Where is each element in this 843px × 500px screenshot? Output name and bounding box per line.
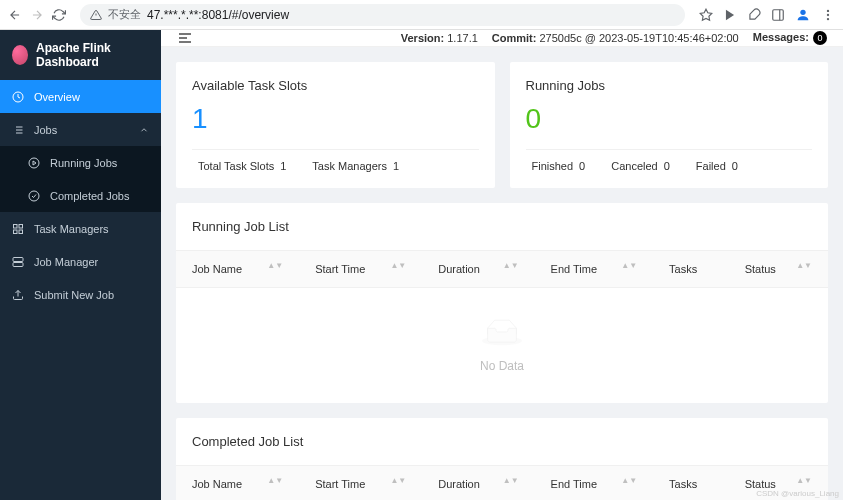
content: Available Task Slots 1 Total Task Slots1… [161,47,843,500]
sidebar-label: Jobs [34,124,57,136]
empty-state: No Data [176,288,828,403]
reload-icon[interactable] [52,8,66,22]
card-value: 1 [192,103,479,135]
svg-marker-16 [33,161,36,165]
col-end-time[interactable]: End Time▲▼ [535,251,654,288]
running-jobs-table: Job Name▲▼ Start Time▲▼ Duration▲▼ End T… [176,251,828,403]
col-start-time[interactable]: Start Time▲▼ [299,251,422,288]
running-job-list: Running Job List Job Name▲▼ Start Time▲▼… [176,203,828,403]
sidebar-item-jobs[interactable]: Jobs [0,113,161,146]
dashboard-icon [12,91,24,103]
sidebar-label: Completed Jobs [50,190,130,202]
sidebar-label: Running Jobs [50,157,117,169]
col-tasks[interactable]: Tasks [653,466,729,500]
finished-stat: Finished0 [526,160,586,172]
forward-icon[interactable] [30,8,44,22]
collapse-icon[interactable] [177,30,193,46]
warning-icon [90,9,102,21]
sidebar-item-overview[interactable]: Overview [0,80,161,113]
commit: Commit: 2750d5c @ 2023-05-19T10:45:46+02… [492,32,739,44]
svg-point-5 [827,9,829,11]
col-tasks[interactable]: Tasks [653,251,729,288]
profile-icon[interactable] [795,7,811,23]
col-duration[interactable]: Duration▲▼ [422,466,534,500]
task-managers-stat: Task Managers1 [306,160,399,172]
svg-marker-1 [726,9,734,20]
address-bar[interactable]: 不安全 47.***.*.**:8081/#/overview [80,4,685,26]
svg-marker-0 [700,9,712,20]
server-icon [12,256,24,268]
sidebar-item-submit-job[interactable]: Submit New Job [0,278,161,311]
svg-rect-22 [13,257,23,261]
logo[interactable]: Apache Flink Dashboard [0,30,161,80]
completed-jobs-table: Job Name▲▼ Start Time▲▼ Duration▲▼ End T… [176,466,828,500]
sidebar-item-running-jobs[interactable]: Running Jobs [0,146,161,179]
empty-text: No Data [206,359,798,373]
failed-stat: Failed0 [690,160,738,172]
list-icon [12,124,24,136]
card-available-slots: Available Task Slots 1 Total Task Slots1… [176,62,495,188]
app-shell: Apache Flink Dashboard Overview Jobs Run… [0,30,843,500]
version: Version: 1.17.1 [401,32,478,44]
sidebar-label: Job Manager [34,256,98,268]
chevron-up-icon [139,125,149,135]
topbar: Version: 1.17.1 Commit: 2750d5c @ 2023-0… [161,30,843,47]
panel-icon[interactable] [771,8,785,22]
col-status[interactable]: Status▲▼ [729,251,828,288]
main-content: Version: 1.17.1 Commit: 2750d5c @ 2023-0… [161,30,843,500]
menu-icon[interactable] [821,8,835,22]
watermark: CSDN @various_Liang [756,489,839,498]
sidebar-label: Task Managers [34,223,109,235]
svg-rect-23 [13,262,23,266]
svg-rect-20 [19,230,23,234]
col-start-time[interactable]: Start Time▲▼ [299,466,422,500]
check-circle-icon [28,190,40,202]
sidebar: Apache Flink Dashboard Overview Jobs Run… [0,30,161,500]
svg-rect-21 [14,230,18,234]
sidebar-label: Overview [34,91,80,103]
messages[interactable]: Messages:0 [753,31,827,45]
panel-title: Completed Job List [176,418,828,466]
grid-icon [12,223,24,235]
star-icon[interactable] [699,8,713,22]
svg-rect-18 [14,224,18,228]
svg-point-4 [800,9,805,14]
sidebar-item-completed-jobs[interactable]: Completed Jobs [0,179,161,212]
url-text: 47.***.*.**:8081/#/overview [147,8,289,22]
svg-point-7 [827,17,829,19]
empty-icon [482,318,522,348]
sidebar-item-job-manager[interactable]: Job Manager [0,245,161,278]
panel-title: Running Job List [176,203,828,251]
sidebar-label: Submit New Job [34,289,114,301]
col-job-name[interactable]: Job Name▲▼ [176,251,299,288]
total-slots-stat: Total Task Slots1 [192,160,286,172]
card-title: Available Task Slots [192,78,479,93]
back-icon[interactable] [8,8,22,22]
canceled-stat: Canceled0 [605,160,670,172]
svg-point-15 [29,158,39,168]
svg-rect-19 [19,224,23,228]
svg-point-6 [827,13,829,15]
col-end-time[interactable]: End Time▲▼ [535,466,654,500]
browser-toolbar: 不安全 47.***.*.**:8081/#/overview [0,0,843,30]
upload-icon [12,289,24,301]
play-icon[interactable] [723,8,737,22]
insecure-label: 不安全 [108,7,141,22]
col-duration[interactable]: Duration▲▼ [422,251,534,288]
card-title: Running Jobs [526,78,813,93]
stat-cards: Available Task Slots 1 Total Task Slots1… [176,62,828,188]
flink-logo-icon [12,45,28,65]
card-value: 0 [526,103,813,135]
col-job-name[interactable]: Job Name▲▼ [176,466,299,500]
card-running-jobs: Running Jobs 0 Finished0 Canceled0 Faile… [510,62,829,188]
svg-rect-2 [773,9,784,20]
sidebar-item-task-managers[interactable]: Task Managers [0,212,161,245]
extension-icon[interactable] [747,8,761,22]
play-circle-icon [28,157,40,169]
completed-job-list: Completed Job List Job Name▲▼ Start Time… [176,418,828,500]
app-title: Apache Flink Dashboard [36,41,149,69]
svg-point-17 [29,191,39,201]
